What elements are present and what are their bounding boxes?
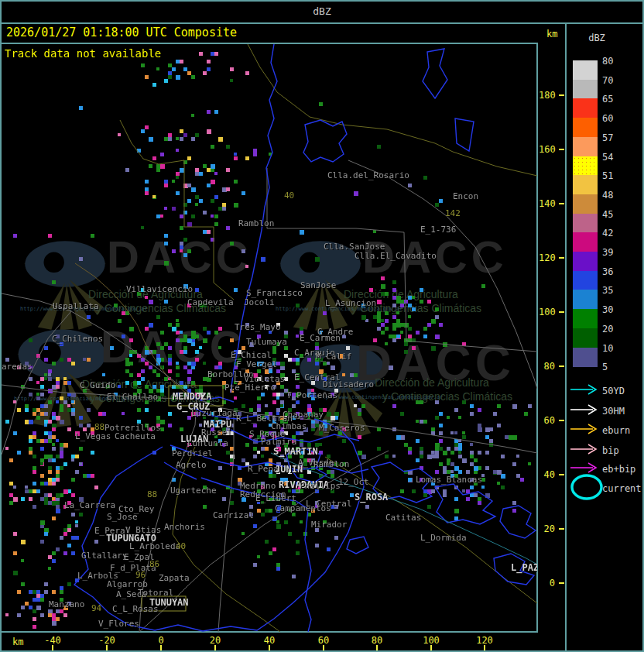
bottom-axis-tick-label: 100	[417, 635, 445, 646]
track-arrow-icon	[570, 462, 599, 474]
map-place-label: Uspallata	[53, 302, 99, 311]
map-place-label: Agrelo	[176, 461, 207, 469]
map-place-label: Encon	[453, 192, 478, 201]
map-place-label: Manzano	[49, 600, 84, 609]
dbz-scale-value: 35	[602, 285, 613, 296]
road-number-label: 96	[135, 571, 146, 579]
dbz-scale-value: 42	[602, 228, 613, 238]
map-place-label: M_Calif	[316, 352, 351, 361]
road-number-label: 40	[284, 191, 294, 200]
legend-marker-icon	[570, 403, 599, 419]
road-number-label: 40	[176, 542, 186, 551]
dbz-scale-value: 48	[602, 190, 613, 201]
track-arrow-icon	[570, 403, 599, 416]
map-place-label: JUNIN	[275, 465, 303, 474]
dbz-scale-value: 70	[602, 75, 613, 86]
dbz-scale-value: 45	[602, 209, 613, 220]
top-product-bar: dBZ	[0, 0, 644, 22]
dbz-scale-block	[573, 309, 598, 328]
right-axis-tick	[559, 474, 564, 475]
map-place-label: Luzuriaga	[191, 409, 238, 417]
dbz-scale-block	[573, 194, 598, 214]
map-place-label: Ramblon	[313, 460, 349, 468]
bottom-axis-tick	[269, 645, 270, 650]
right-axis-tick	[559, 311, 564, 313]
right-axis-tick	[559, 257, 564, 259]
dbz-scale-block	[573, 156, 598, 176]
dbz-scale-value: 51	[602, 170, 613, 181]
bottom-axis-tick	[430, 645, 432, 650]
map-place-label: SanJose	[300, 281, 336, 290]
legend-marker-label: current	[602, 483, 642, 494]
map-place-label: Phillips	[300, 482, 341, 490]
map-place-label: Anchoris	[164, 523, 205, 531]
radar-map-viewport: DACCDirección de Agriculturay Contingenc…	[2, 44, 537, 632]
map-place-label: S_ROSA	[355, 493, 388, 502]
map-place-label: Villavicencio	[126, 285, 193, 293]
bottom-axis-tick	[376, 645, 378, 650]
map-place-label: L_Dormida	[420, 534, 467, 542]
radar-app-window: dBZ 2026/01/27 01:18:00 UTC Composite DA…	[0, 0, 644, 652]
map-place-label: C_Guido	[80, 381, 115, 389]
right-axis-tick-label: 80	[539, 361, 555, 372]
track-arrow-icon	[570, 443, 599, 455]
track-arrow-icon	[570, 383, 599, 396]
frame-top	[0, 0, 644, 2]
map-place-label: E_Carmen	[300, 334, 341, 342]
map-place-label: Chapanay	[283, 410, 324, 419]
dbz-scale-value: 36	[602, 266, 613, 277]
map-place-label: Catitas	[385, 513, 421, 522]
map-place-label: Clla.del_Rosario	[327, 171, 409, 180]
map-place-label: Perdriel	[172, 449, 213, 458]
map-place-label: Zapata	[159, 574, 190, 582]
right-axis-tick-label: 0	[539, 578, 555, 589]
map-place-label: Tulumaya	[246, 338, 287, 346]
map-place-label: Clla.El_Cavadito	[355, 252, 437, 260]
right-axis-tick-label: 180	[539, 90, 555, 101]
map-place-label: Pte_Hierro	[224, 383, 276, 392]
map-place-label: S_Francisco	[246, 289, 303, 297]
right-axis-tick-label: 120	[539, 252, 555, 263]
map-place-label: C_Chilenos	[52, 335, 103, 343]
map-place-label: F_Vergel	[236, 360, 277, 369]
road-number-label: 86	[149, 560, 159, 568]
current-cell-ellipse-icon	[570, 473, 604, 501]
dbz-scale-value: 60	[602, 113, 613, 124]
legend-left-border	[565, 22, 567, 652]
map-place-label: E_Libert	[255, 494, 296, 503]
map-place-label: Palmira	[261, 438, 296, 446]
dbz-scale-block	[573, 214, 598, 233]
map-place-label: Lunlunta	[187, 439, 228, 448]
map-place-label: C_L_Rosas	[112, 605, 159, 613]
map-place-label: L_Arboleda	[129, 542, 180, 551]
map-place-label: L_Asuncion	[325, 299, 376, 307]
map-place-label: Tres_Mayo	[235, 323, 281, 331]
dbz-scale-block	[573, 271, 598, 290]
bottom-axis-tick-label: 40	[255, 635, 283, 646]
bottom-axis-tick-label: 0	[147, 635, 175, 646]
dbz-scale-block	[573, 137, 598, 156]
map-place-label: R_Peña	[248, 465, 279, 473]
dbz-scale-value: 39	[602, 247, 613, 258]
map-place-label: L_PAZ	[511, 564, 537, 572]
right-axis-tick	[559, 149, 564, 150]
bottom-axis-tick-label: -20	[93, 635, 121, 646]
right-axis-unit-label: km	[546, 29, 557, 39]
dbz-scale-block	[573, 118, 598, 137]
right-axis-tick-label: 100	[539, 307, 555, 317]
bottom-axis-tick	[52, 645, 53, 650]
dbz-scale-block	[573, 290, 598, 309]
right-axis-tick	[559, 94, 564, 96]
track-status-message: Track data not available	[5, 47, 161, 60]
legend-marker-label: bip	[602, 445, 619, 456]
map-place-label: El_Challao	[107, 393, 158, 401]
map-place-label: Divisadero	[323, 380, 374, 389]
legend-marker-label: 50YD	[602, 386, 625, 396]
dbz-scale-value: 10	[602, 343, 613, 354]
map-place-label: Mirador	[311, 520, 347, 529]
right-axis-tick-label: 140	[539, 198, 555, 209]
bottom-axis-tick-label: 20	[201, 635, 229, 646]
product-title: dBZ	[313, 5, 331, 17]
dbz-scale-block	[573, 232, 598, 252]
legend-dbz-title: dBZ	[567, 33, 627, 43]
